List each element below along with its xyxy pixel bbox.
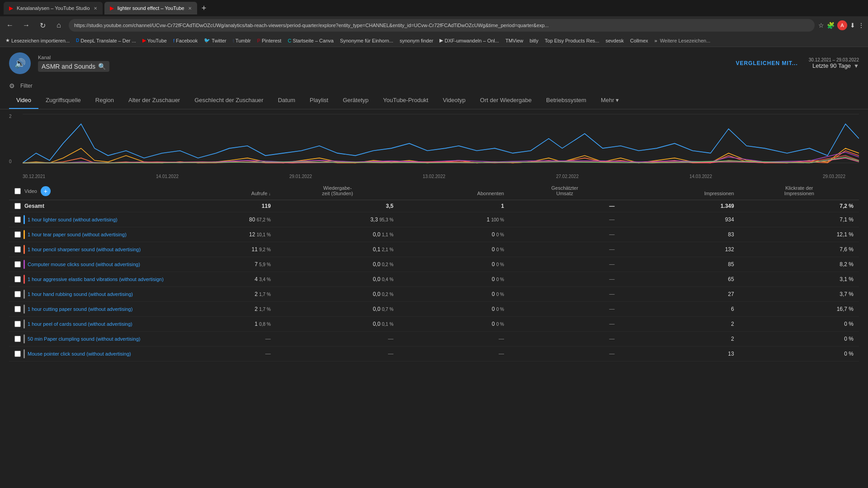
bookmark-canva[interactable]: C Startseite – Canva [286, 37, 335, 44]
date-range-selector[interactable]: 30.12.2021 – 29.03.2022 Letzte 90 Tage ▼ [809, 57, 859, 69]
col-header-umsatz: GeschätzterUmsatz [509, 182, 620, 200]
bookmark-canva-label: Startseite – Canva [292, 38, 334, 43]
row-checkbox[interactable] [14, 231, 21, 238]
row-aufrufe: 1 0,8 % [181, 317, 276, 332]
table-row: 1 hour hand rubbing sound (without adver… [9, 287, 859, 302]
row-video-cell: 1 hour lighter sound (without advertisin… [9, 212, 181, 227]
row-impressionen: 83 [620, 227, 739, 242]
tab1-close[interactable]: ✕ [94, 6, 97, 11]
tab-ort[interactable]: Ort der Wiedergabe [473, 92, 539, 109]
video-title-link[interactable]: 50 min Paper clumpling sound (without ad… [28, 336, 140, 342]
bookmark-star-icon[interactable]: ☆ [818, 22, 824, 29]
video-title-link[interactable]: 1 hour lighter sound (without advertisin… [28, 217, 118, 222]
download-icon[interactable]: ⬇ [850, 22, 855, 29]
tab-youtube-produkt[interactable]: YouTube-Produkt [376, 92, 435, 109]
row-checkbox[interactable] [14, 321, 21, 327]
video-title-link[interactable]: Mouse pointer click sound (without adver… [28, 351, 131, 357]
bookmark-bitly[interactable]: bitly [528, 37, 540, 44]
address-bar[interactable] [69, 19, 815, 32]
tab-datum[interactable]: Datum [271, 92, 302, 109]
bookmark-tumblr[interactable]: t Tumblr [231, 37, 253, 44]
row-abonnenten: 0 0 % [399, 272, 509, 287]
filter-icon[interactable]: ⚙ [9, 82, 15, 89]
bookmark-bitly-label: bitly [529, 38, 538, 43]
home-button[interactable]: ⌂ [52, 19, 65, 32]
menu-icon[interactable]: ⋮ [858, 22, 864, 29]
tab2-favicon: ▶ [110, 5, 114, 11]
row-checkbox[interactable] [14, 246, 21, 253]
bookmark-facebook[interactable]: f Facebook [171, 37, 199, 44]
table-row: 1 hour pencil sharpener sound (without a… [9, 242, 859, 257]
bookmark-pinterest[interactable]: P Pinterest [255, 37, 283, 44]
video-title-link[interactable]: Computer mouse clicks sound (without adv… [28, 262, 140, 267]
row-wiedergabe: 0,0 0,4 % [276, 272, 399, 287]
row-checkbox[interactable] [14, 336, 21, 342]
video-title-link[interactable]: 1 hour hand rubbing sound (without adver… [28, 291, 133, 297]
row-checkbox[interactable] [14, 306, 21, 312]
tab-betriebssystem[interactable]: Betriebssystem [539, 92, 594, 109]
bookmark-tmview[interactable]: TMView [504, 37, 525, 44]
tabs-nav: Video Zugriffsquelle Region Alter der Zu… [0, 92, 868, 109]
channel-search[interactable]: ASMR and Sounds 🔍 [38, 61, 109, 72]
browser-tab-1[interactable]: ▶ Kanalanalysen – YouTube Studio ✕ [4, 2, 103, 14]
tab-mehr[interactable]: Mehr ▾ [594, 92, 626, 109]
row-klickrate: 0 % [740, 332, 859, 347]
tab-zugriffsquelle[interactable]: Zugriffsquelle [38, 92, 88, 109]
video-title-link[interactable]: 1 hour cutting paper sound (without adve… [28, 306, 132, 312]
row-impressionen: 2 [620, 332, 739, 347]
row-checkbox[interactable] [14, 276, 21, 282]
forward-button[interactable]: → [20, 19, 33, 32]
row-checkbox[interactable] [14, 351, 21, 357]
row-checkbox[interactable] [14, 291, 21, 297]
tab2-close[interactable]: ✕ [188, 6, 192, 11]
bookmark-collmex-label: Collmex [630, 38, 648, 43]
row-checkbox[interactable] [14, 216, 21, 223]
browser-tab-2[interactable]: ▶ lighter sound effect – YouTube ✕ [104, 2, 197, 14]
tab-geschlecht[interactable]: Geschlecht der Zuschauer [187, 92, 270, 109]
refresh-button[interactable]: ↻ [36, 19, 49, 32]
profile-icon[interactable]: A [837, 20, 847, 30]
extensions-icon[interactable]: 🧩 [827, 22, 835, 29]
tab-videotyp[interactable]: Videotyp [435, 92, 472, 109]
search-icon[interactable]: 🔍 [98, 63, 106, 70]
total-checkbox[interactable] [14, 203, 21, 209]
video-title-link[interactable]: 1 hour tear paper sound (without adverti… [28, 232, 127, 237]
bookmark-twitter[interactable]: 🐦 Twitter [202, 37, 228, 44]
row-abonnenten: 1 100 % [399, 212, 509, 227]
add-column-button[interactable]: + [41, 186, 51, 196]
row-umsatz: — [509, 242, 620, 257]
col-header-aufrufe[interactable]: Aufrufe ↓ [181, 182, 276, 200]
tab-playlist[interactable]: Playlist [302, 92, 335, 109]
bookmark-synonyme[interactable]: Synonyme für Einhorn... [338, 37, 395, 44]
bookmark-import[interactable]: ★ Lesezeichen importieren... [4, 37, 71, 44]
bookmark-dxf[interactable]: ▶ DXF-umwandeln – Onl... [438, 37, 500, 44]
bookmark-youtube[interactable]: ▶ YouTube [141, 37, 169, 44]
tab-alter[interactable]: Alter der Zuschauer [121, 92, 187, 109]
date-range-small: 30.12.2021 – 29.03.2022 [809, 57, 859, 62]
bookmark-youtube-label: YouTube [147, 38, 167, 43]
table-total-row: Gesamt 119 3,5 1 — 1.349 7,2 % [9, 200, 859, 212]
bookmark-collmex[interactable]: Collmex [628, 37, 650, 44]
row-wiedergabe: 0,0 1,1 % [276, 227, 399, 242]
row-checkbox[interactable] [14, 261, 21, 267]
video-title-link[interactable]: 1 hour peel of cards sound (without adve… [28, 321, 132, 327]
compare-button[interactable]: VERGLEICHEN MIT... [736, 60, 797, 66]
bookmark-deepl[interactable]: D DeepL Translate – Der ... [74, 37, 138, 44]
bookmark-sevdesk[interactable]: sevdesk [604, 37, 625, 44]
video-title-link[interactable]: 1 hour pencil sharpener sound (without a… [28, 247, 141, 252]
more-bookmarks-label[interactable]: Weitere Lesezeichen... [660, 38, 711, 43]
new-tab-button[interactable]: + [199, 4, 209, 13]
row-aufrufe: 2 1,7 % [181, 287, 276, 302]
bookmark-synonym-finder[interactable]: synonym finder [398, 37, 435, 44]
channel-label: Kanal [38, 55, 109, 60]
bookmark-etsy[interactable]: Top Etsy Products Res... [543, 37, 601, 44]
more-bookmarks[interactable]: » [655, 38, 657, 43]
video-title-link[interactable]: 1 hour aggressive elastic band vibration… [28, 277, 164, 282]
tab-video[interactable]: Video [9, 92, 38, 109]
select-all-checkbox[interactable] [14, 188, 21, 194]
tab-geraetetyp[interactable]: Gerätetyp [335, 92, 376, 109]
tab-region[interactable]: Region [88, 92, 121, 109]
back-button[interactable]: ← [4, 19, 16, 32]
date-range-chevron-icon[interactable]: ▼ [854, 63, 859, 69]
row-abonnenten: 0 0 % [399, 227, 509, 242]
